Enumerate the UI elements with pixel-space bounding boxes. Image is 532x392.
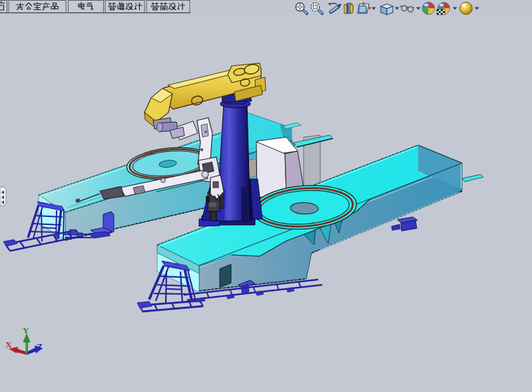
svg-text:Z: Z xyxy=(37,341,43,351)
svg-text:Y: Y xyxy=(23,325,29,335)
svg-text:X: X xyxy=(5,339,12,349)
